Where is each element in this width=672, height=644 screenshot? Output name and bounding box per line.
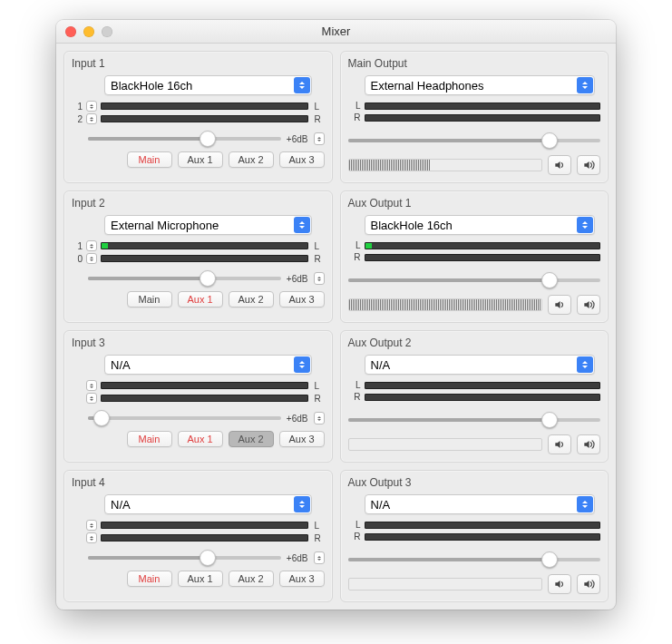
speaker-loud-button[interactable] — [577, 574, 600, 594]
svg-marker-1 — [584, 161, 589, 169]
zoom-icon[interactable] — [102, 26, 112, 37]
gain-slider[interactable] — [88, 411, 281, 425]
gain-stepper[interactable] — [314, 132, 325, 145]
gain-label: +6dB — [287, 414, 308, 424]
level-meter-r — [101, 395, 308, 402]
minimize-icon[interactable] — [83, 26, 94, 37]
gain-label: +6dB — [287, 134, 308, 144]
meter-l-label: L — [312, 521, 325, 531]
level-meter-r — [101, 115, 308, 122]
speaker-button[interactable] — [548, 434, 571, 454]
route-main-button[interactable]: Main — [127, 291, 172, 307]
route-aux-2-button[interactable]: Aux 2 — [229, 291, 274, 307]
channel-a-stepper[interactable] — [86, 520, 97, 531]
meter-r-label: R — [312, 533, 325, 543]
level-meter-l — [101, 102, 308, 110]
gain-stepper[interactable] — [314, 551, 325, 564]
route-aux-3-button[interactable]: Aux 3 — [279, 431, 325, 447]
svg-marker-7 — [584, 581, 589, 588]
panel-title: Input 1 — [72, 57, 325, 70]
route-aux-1-button[interactable]: Aux 1 — [178, 291, 223, 307]
route-aux-1-button[interactable]: Aux 1 — [178, 151, 223, 168]
meter-r-label: R — [348, 252, 361, 262]
meter-l-label: L — [312, 241, 325, 251]
speaker-button[interactable] — [548, 155, 571, 175]
route-aux-1-button[interactable]: Aux 1 — [178, 431, 223, 447]
meter-l-label: L — [348, 520, 361, 530]
route-aux-2-button[interactable]: Aux 2 — [229, 571, 274, 587]
device-select[interactable]: External Headphones — [365, 75, 596, 95]
channel-b-number: 0 — [72, 254, 83, 264]
meter-r-label: R — [348, 112, 361, 122]
gain-label: +6dB — [287, 553, 308, 563]
device-select[interactable]: N/A — [365, 355, 596, 375]
channel-b-stepper[interactable] — [86, 253, 97, 264]
panel-title: Input 4 — [72, 476, 325, 489]
level-meter-r — [365, 114, 601, 122]
route-main-button[interactable]: Main — [127, 571, 172, 587]
svg-marker-0 — [555, 161, 560, 169]
route-aux-3-button[interactable]: Aux 3 — [279, 291, 325, 307]
level-meter-l — [365, 242, 601, 249]
close-icon[interactable] — [65, 26, 76, 37]
gain-stepper[interactable] — [314, 272, 325, 285]
gain-stepper[interactable] — [314, 412, 325, 424]
channel-b-stepper[interactable] — [86, 532, 97, 543]
level-meter-r — [365, 394, 601, 401]
level-meter-r — [365, 533, 601, 541]
input-panel: Input 4 N/A L R + — [63, 470, 333, 602]
route-aux-1-button[interactable]: Aux 1 — [178, 571, 223, 587]
mixer-window: Mixer Input 1 BlackHole 16ch 1 L 2 R — [56, 20, 616, 610]
speaker-loud-button[interactable] — [577, 434, 600, 454]
volume-slider[interactable] — [348, 133, 601, 148]
meter-l-label: L — [312, 381, 325, 391]
channel-a-stepper[interactable] — [86, 240, 97, 251]
route-aux-3-button[interactable]: Aux 3 — [279, 151, 325, 168]
speaker-loud-button[interactable] — [577, 295, 600, 315]
volume-slider[interactable] — [348, 552, 601, 567]
gain-slider[interactable] — [88, 271, 281, 286]
channel-a-stepper[interactable] — [86, 101, 97, 112]
level-meter-l — [101, 522, 308, 529]
route-main-button[interactable]: Main — [127, 431, 172, 447]
meter-r-label: R — [312, 114, 325, 124]
level-meter-l — [365, 522, 601, 529]
route-main-button[interactable]: Main — [127, 151, 172, 168]
device-select[interactable]: N/A — [104, 355, 312, 375]
speaker-loud-button[interactable] — [577, 155, 600, 175]
device-select[interactable]: BlackHole 16ch — [365, 215, 596, 235]
volume-slider[interactable] — [348, 413, 601, 427]
gain-slider[interactable] — [88, 132, 281, 146]
meter-r-label: R — [312, 394, 325, 404]
output-monitor — [348, 298, 543, 311]
speaker-button[interactable] — [548, 295, 571, 315]
speaker-button[interactable] — [548, 574, 571, 594]
panel-title: Aux Output 3 — [348, 476, 601, 489]
window-controls — [56, 26, 112, 37]
channel-a-number: 1 — [72, 241, 83, 251]
meter-r-label: R — [312, 254, 325, 264]
titlebar: Mixer — [56, 20, 616, 44]
route-aux-2-button[interactable]: Aux 2 — [229, 151, 274, 168]
route-aux-2-button[interactable]: Aux 2 — [229, 431, 274, 447]
level-meter-r — [101, 255, 308, 262]
level-meter-l — [101, 382, 308, 389]
channel-a-stepper[interactable] — [86, 380, 97, 391]
channel-b-stepper[interactable] — [86, 113, 97, 124]
select-arrows-icon — [294, 77, 310, 93]
meter-l-label: L — [348, 240, 361, 250]
channel-b-stepper[interactable] — [86, 393, 97, 404]
device-select[interactable]: N/A — [104, 494, 312, 514]
device-select[interactable]: BlackHole 16ch — [104, 75, 312, 95]
output-panel: Aux Output 2 N/A L R — [340, 330, 609, 463]
device-select[interactable]: N/A — [365, 494, 596, 514]
device-select[interactable]: External Microphone — [104, 215, 312, 235]
output-monitor — [348, 159, 543, 171]
level-meter-l — [365, 382, 601, 389]
gain-slider[interactable] — [88, 551, 281, 565]
volume-slider[interactable] — [348, 273, 601, 288]
window-title: Mixer — [56, 24, 616, 38]
route-aux-3-button[interactable]: Aux 3 — [279, 571, 325, 587]
svg-marker-6 — [555, 581, 560, 588]
svg-marker-4 — [555, 441, 560, 448]
